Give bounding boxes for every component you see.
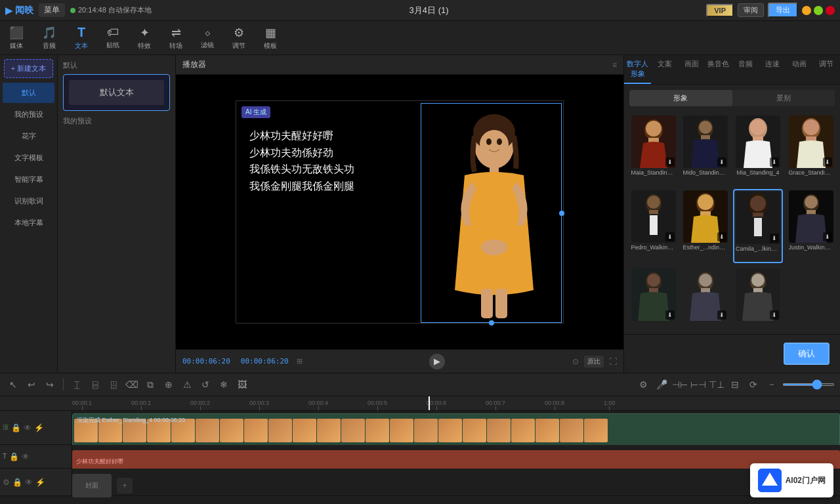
mic-btn[interactable]: 🎤 — [654, 377, 669, 392]
nav-my-presets[interactable]: 我的预设 — [3, 104, 54, 125]
track-expand[interactable]: ⊟ — [727, 377, 743, 392]
download-icon-11: ⬇ — [770, 310, 779, 320]
download-icon-10: ⬇ — [717, 310, 726, 320]
track-insert[interactable]: ⊣⊢ — [672, 377, 688, 392]
player-canvas[interactable]: AI 生成 少林功夫醒好好嘢 少林功夫劲係好劲 我係铁头功无敌铁头功 我係金刚腿… — [176, 75, 623, 349]
copy-tool[interactable]: ⧉ — [142, 377, 158, 392]
fig-tab-shape[interactable]: 形象 — [629, 90, 732, 106]
track-cover-settings[interactable]: ⚙ — [3, 478, 10, 487]
preset-default-box[interactable]: 默认文本 — [69, 80, 164, 105]
right-panel: 数字人形象 文案 画面 换音色 音频 连速 动画 调节 形象 景别 ⬇ Maia… — [623, 55, 840, 373]
nav-default[interactable]: 默认 — [3, 83, 54, 103]
tool-audio[interactable]: 🎵 音频 — [38, 23, 60, 53]
loop-btn[interactable]: ⟳ — [746, 377, 761, 392]
confirm-button[interactable]: 确认 — [784, 343, 830, 365]
maximize-button[interactable] — [814, 6, 823, 15]
play-button[interactable]: ▶ — [429, 354, 445, 369]
track-text-lock[interactable]: 🔒 — [9, 452, 19, 461]
duplicate-tool[interactable]: ⊕ — [161, 377, 177, 392]
tool-sticker[interactable]: 🏷 贴纸 — [102, 23, 123, 52]
frame-7 — [220, 419, 243, 442]
close-button[interactable] — [826, 6, 835, 15]
avatar-esther[interactable]: ⬇ Esther_...nding_4 — [681, 189, 729, 262]
split-right[interactable]: ⌹ — [106, 377, 121, 392]
warn-tool[interactable]: ⚠ — [179, 377, 195, 392]
track-cover-content[interactable]: 封面 + — [72, 469, 840, 495]
avatar-11[interactable]: ⬇ — [733, 267, 783, 331]
avatar-grace[interactable]: ⬇ Grace_Standing_4 — [787, 114, 835, 185]
undo-button[interactable]: ↩ — [24, 377, 39, 392]
tab-connect[interactable]: 连速 — [759, 55, 786, 84]
redo-button[interactable]: ↪ — [42, 377, 58, 392]
player-title: 播放器 — [182, 59, 206, 70]
tab-digital-person[interactable]: 数字人形象 — [624, 55, 651, 84]
track-cover-eye[interactable]: 👁 — [25, 478, 33, 487]
tool-template[interactable]: ▦ 模板 — [260, 23, 281, 53]
track-text-content[interactable]: 少林功夫醒好好嘢 — [72, 445, 840, 468]
cover-add-button[interactable]: + — [117, 478, 133, 494]
review-button[interactable]: 审阅 — [738, 3, 764, 17]
avatar-10[interactable]: ⬇ — [681, 267, 729, 331]
fig-tab-scene[interactable]: 景别 — [732, 90, 835, 106]
fullscreen-icon[interactable]: ⛶ — [609, 357, 617, 366]
avatar-esther-name: Esther_...nding_4 — [683, 244, 728, 251]
select-tool[interactable]: ↖ — [5, 377, 21, 392]
nav-text-template[interactable]: 文字模板 — [3, 148, 54, 168]
export-button[interactable]: 导出 — [768, 3, 798, 18]
delete-tool[interactable]: ⌫ — [124, 377, 140, 392]
tab-timing[interactable]: 调节 — [813, 55, 840, 84]
track-cover-speed[interactable]: ⚡ — [35, 478, 45, 487]
track-video-lock[interactable]: 🔒 — [11, 423, 21, 432]
nav-local-subtitle[interactable]: 本地字幕 — [3, 213, 54, 233]
avatar-camila[interactable]: ⬇ Camila_...lking_1 — [733, 189, 783, 262]
image-tool[interactable]: 🖼 — [234, 377, 250, 392]
tab-animation[interactable]: 动画 — [786, 55, 813, 84]
track-text: T 🔒 👁 少林功夫醒好好嘢 — [0, 445, 840, 469]
tool-filters[interactable]: ⬦ 滤镜 — [197, 23, 218, 52]
track-cover-lock[interactable]: 🔒 — [12, 478, 22, 487]
split-tool[interactable]: ⌶ — [69, 377, 85, 392]
track-video-eye[interactable]: 👁 — [24, 423, 32, 432]
nav-lyrics[interactable]: 识别歌词 — [3, 191, 54, 211]
avatar-mido[interactable]: ⬇ Mido_Standing_3 — [681, 114, 729, 185]
reverse-tool[interactable]: ↺ — [198, 377, 213, 392]
nav-flower[interactable]: 花字 — [3, 126, 54, 146]
ratio-label: 原比 — [584, 356, 604, 368]
avatar-maia[interactable]: ⬇ Maia_Standing_4 — [629, 114, 677, 185]
tab-audio[interactable]: 音频 — [732, 55, 759, 84]
download-icon-camila: ⬇ — [770, 234, 779, 243]
tab-canvas[interactable]: 画面 — [678, 55, 705, 84]
tool-timing[interactable]: ⚙ 调节 — [228, 23, 249, 53]
preset-default[interactable]: 默认文本 — [63, 74, 170, 111]
player-panel: 播放器 ≡ AI 生成 少林功夫醒好好嘢 少林功夫劲係好劲 我係铁头功无敌铁头功… — [176, 55, 623, 373]
tool-media[interactable]: ⬛ 媒体 — [5, 23, 28, 53]
minimize-button[interactable] — [802, 6, 811, 15]
avatar-pedro[interactable]: ⬇ Pedro_Walking_1 — [629, 189, 677, 262]
split-left[interactable]: ⌸ — [87, 377, 103, 392]
tool-text[interactable]: T 文本 — [71, 22, 92, 53]
avatar-pedro-img: ⬇ — [631, 190, 676, 243]
tool-transition[interactable]: ⇌ 转场 — [165, 23, 186, 53]
avatar-9[interactable]: ⬇ — [629, 267, 677, 331]
app-icon: ▶ — [5, 5, 12, 16]
freeze-tool[interactable]: ❄ — [216, 377, 232, 392]
track-text-eye[interactable]: 👁 — [22, 452, 30, 461]
nav-smart-subtitle[interactable]: 智能字幕 — [3, 169, 54, 190]
menu-button[interactable]: 菜单 — [39, 3, 65, 17]
track-insert2[interactable]: ⊢⊣ — [690, 377, 706, 392]
settings-btn[interactable]: ⚙ — [635, 377, 651, 392]
track-video-controls: 渲 🔒 👁 ⚡ — [0, 411, 72, 444]
avatar-maia-img: ⬇ — [631, 116, 676, 168]
vip-button[interactable]: VIP — [706, 4, 734, 17]
new-text-button[interactable]: + 新建文本 — [4, 59, 53, 78]
tab-script[interactable]: 文案 — [651, 55, 678, 84]
track-collapse[interactable]: ⊤⊥ — [709, 377, 724, 392]
tool-effects[interactable]: ✦ 特效 — [134, 23, 155, 53]
track-video-speed[interactable]: ⚡ — [34, 423, 44, 432]
avatar-mia[interactable]: ⬇ Mia_Standing_4 — [733, 114, 783, 185]
avatar-justin[interactable]: ⬇ Justin_Walking_2 — [787, 189, 835, 262]
tab-color[interactable]: 换音色 — [705, 55, 732, 84]
zoom-slider[interactable] — [782, 383, 835, 386]
zoom-out[interactable]: － — [764, 377, 780, 392]
track-video-content[interactable]: 渲染完成 Esther_Standing_4 00:00:06:20 — [72, 411, 840, 444]
